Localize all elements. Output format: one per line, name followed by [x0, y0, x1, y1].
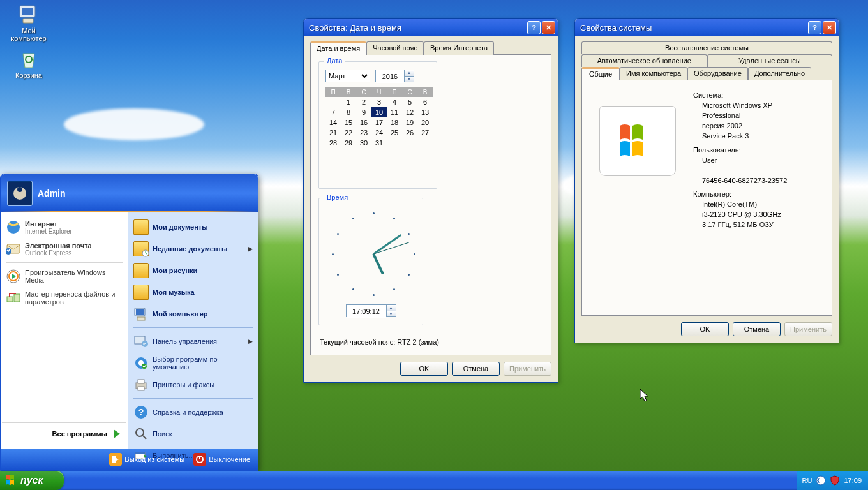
calendar-day[interactable]: 13: [417, 107, 433, 117]
calendar-day[interactable]: 4: [387, 97, 402, 107]
calendar-day[interactable]: 1: [341, 97, 356, 107]
calendar-day[interactable]: 20: [417, 117, 433, 128]
calendar-day[interactable]: 12: [402, 107, 417, 117]
cancel-button[interactable]: Отмена: [452, 362, 500, 376]
close-button[interactable]: ✕: [823, 21, 836, 34]
help-button[interactable]: ?: [527, 21, 541, 34]
start-item-help[interactable]: ?Справка и поддержка: [130, 401, 257, 423]
all-programs-button[interactable]: Все программы: [2, 422, 126, 445]
tray-shield-icon[interactable]: [830, 475, 840, 486]
titlebar[interactable]: Свойства: Дата и время ? ✕: [304, 19, 558, 36]
tab-internet-time[interactable]: Время Интернета: [424, 41, 494, 55]
window-system-properties[interactable]: Свойства системы ? ✕ Восстановление сист…: [574, 18, 839, 343]
time-up[interactable]: ▲: [386, 305, 396, 311]
close-button[interactable]: ✕: [542, 21, 555, 34]
ok-button[interactable]: OK: [400, 362, 448, 376]
calendar-day[interactable]: 3: [371, 97, 387, 107]
window-datetime-properties[interactable]: Свойства: Дата и время ? ✕ Дата и время …: [303, 18, 558, 383]
logoff-icon: [109, 453, 122, 466]
calendar-day[interactable]: 9: [356, 107, 371, 117]
start-item-wmp[interactable]: Проигрыватель Windows Media: [2, 265, 126, 287]
desktop-icon-my-computer[interactable]: Мой компьютер: [6, 4, 51, 42]
time-spinner[interactable]: ▲▼: [346, 304, 396, 317]
calendar-day[interactable]: 6: [417, 97, 433, 107]
svg-point-27: [136, 429, 144, 436]
help-button[interactable]: ?: [808, 21, 821, 34]
calendar-day[interactable]: 19: [402, 117, 417, 128]
start-item-mymusic[interactable]: Моя музыка: [130, 281, 257, 303]
apply-button: Применить: [784, 322, 832, 336]
tab-auto-updates[interactable]: Автоматическое обновление: [581, 54, 707, 67]
year-input[interactable]: [376, 70, 404, 83]
calendar-day[interactable]: 11: [387, 107, 402, 117]
start-item-fstw[interactable]: Мастер переноса файлов и параметров: [2, 287, 126, 309]
year-down[interactable]: ▼: [404, 77, 414, 82]
start-item-email[interactable]: Электронная почтаOutlook Express: [2, 238, 126, 260]
start-button[interactable]: пуск: [0, 471, 64, 490]
logoff-button[interactable]: Выход из системы: [109, 453, 184, 466]
start-menu[interactable]: Admin ИнтернетInternet ExplorerЭлектронн…: [0, 174, 258, 471]
calendar-day[interactable]: 17: [371, 117, 387, 128]
calendar-day[interactable]: 30: [356, 138, 371, 148]
ok-button[interactable]: OK: [681, 322, 729, 336]
start-item-mydocs[interactable]: Мои документы: [130, 216, 257, 238]
cancel-button[interactable]: Отмена: [733, 322, 781, 336]
calendar[interactable]: ПВСЧПСВ.12345678910111213141516171819202…: [326, 87, 433, 148]
titlebar[interactable]: Свойства системы ? ✕: [575, 19, 839, 36]
time-down[interactable]: ▼: [386, 311, 396, 317]
tab-general[interactable]: Общие: [581, 67, 620, 80]
calendar-day[interactable]: 5: [402, 97, 417, 107]
system-info-line: Professional: [702, 111, 824, 121]
start-item-recent[interactable]: Недавние документы▶: [130, 238, 257, 260]
time-input[interactable]: [347, 305, 386, 318]
year-spinner[interactable]: ▲▼: [375, 70, 414, 82]
tab-remote[interactable]: Удаленные сеансы: [707, 54, 833, 67]
start-item-cpl[interactable]: Панель управления▶: [130, 330, 257, 352]
calendar-day[interactable]: 16: [356, 117, 371, 128]
tab-hardware[interactable]: Оборудование: [687, 67, 748, 80]
calendar-day[interactable]: 25: [387, 128, 402, 138]
start-item-internet[interactable]: ИнтернетInternet Explorer: [2, 216, 126, 238]
calendar-day[interactable]: 21: [326, 128, 341, 138]
shutdown-button[interactable]: Выключение: [193, 453, 250, 466]
month-select[interactable]: Март: [326, 70, 370, 82]
svg-rect-15: [136, 309, 144, 315]
submenu-arrow-icon: ▶: [248, 246, 253, 252]
calendar-day[interactable]: 22: [341, 128, 356, 138]
apply-button: Применить: [504, 362, 551, 376]
calendar-day[interactable]: 18: [387, 117, 402, 128]
calendar-day[interactable]: 8: [341, 107, 356, 117]
tab-date-time[interactable]: Дата и время: [310, 41, 366, 55]
calendar-day[interactable]: 24: [371, 128, 387, 138]
calendar-day[interactable]: 23: [356, 128, 371, 138]
year-up[interactable]: ▲: [404, 70, 414, 77]
calendar-day[interactable]: 15: [341, 117, 356, 128]
calendar-day[interactable]: 26: [402, 128, 417, 138]
tab-timezone[interactable]: Часовой пояс: [366, 41, 424, 55]
calendar-day[interactable]: 28: [326, 138, 341, 148]
start-item-defprog[interactable]: Выбор программ по умолчанию: [130, 352, 257, 374]
start-item-search[interactable]: Поиск: [130, 423, 257, 445]
tab-advanced[interactable]: Дополнительно: [748, 67, 811, 80]
start-item-printers[interactable]: Принтеры и факсы: [130, 374, 257, 396]
calendar-day[interactable]: 7: [326, 107, 341, 117]
taskbar[interactable]: пуск RU 17:09: [0, 471, 868, 490]
calendar-day[interactable]: 31: [371, 138, 387, 148]
tab-system-restore[interactable]: Восстановление системы: [581, 41, 832, 54]
start-item-mypics[interactable]: Мои рисунки: [130, 260, 257, 281]
start-button-label: пуск: [20, 475, 43, 486]
calendar-day[interactable]: 2: [356, 97, 371, 107]
tray-chevron-icon[interactable]: [816, 475, 826, 486]
taskbar-clock[interactable]: 17:09: [844, 477, 862, 484]
calendar-day[interactable]: 29: [341, 138, 356, 148]
system-tray[interactable]: RU 17:09: [797, 471, 868, 490]
language-indicator[interactable]: RU: [802, 477, 812, 484]
tab-computer-name[interactable]: Имя компьютера: [620, 67, 687, 80]
desktop-icon-recycle-bin[interactable]: Корзина: [6, 48, 51, 79]
calendar-day[interactable]: 14: [326, 117, 341, 128]
email-icon: [6, 241, 21, 256]
system-info-line: Microsoft Windows XP: [702, 101, 824, 111]
calendar-day[interactable]: 27: [417, 128, 433, 138]
calendar-day[interactable]: 10: [371, 107, 387, 117]
start-item-mycomp[interactable]: Мой компьютер: [130, 303, 257, 325]
